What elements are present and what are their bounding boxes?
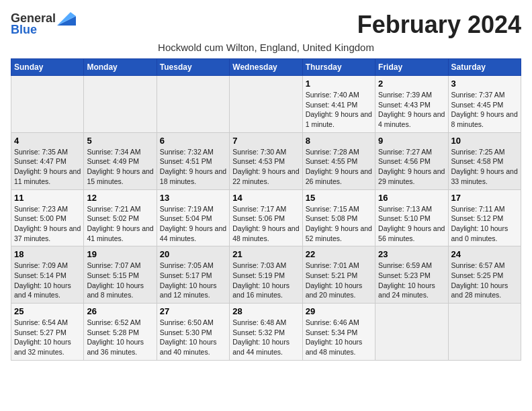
calendar-cell	[375, 304, 448, 361]
calendar-cell: 19Sunrise: 7:07 AM Sunset: 5:15 PM Dayli…	[84, 246, 157, 304]
day-info: Sunrise: 7:40 AM Sunset: 4:41 PM Dayligh…	[306, 90, 372, 130]
day-info: Sunrise: 7:21 AM Sunset: 5:02 PM Dayligh…	[87, 204, 153, 244]
day-number: 12	[87, 193, 153, 203]
logo: General Blue	[11, 11, 76, 37]
calendar-cell: 25Sunrise: 6:54 AM Sunset: 5:27 PM Dayli…	[11, 304, 84, 361]
calendar-cell	[11, 76, 84, 133]
calendar-cell: 26Sunrise: 6:52 AM Sunset: 5:28 PM Dayli…	[84, 304, 157, 361]
day-info: Sunrise: 7:05 AM Sunset: 5:17 PM Dayligh…	[160, 261, 226, 300]
day-number: 25	[14, 306, 81, 316]
calendar-week-row: 4Sunrise: 7:35 AM Sunset: 4:47 PM Daylig…	[11, 132, 521, 189]
calendar-cell: 6Sunrise: 7:32 AM Sunset: 4:51 PM Daylig…	[157, 132, 229, 189]
day-info: Sunrise: 7:37 AM Sunset: 4:45 PM Dayligh…	[451, 90, 518, 130]
header-tuesday: Tuesday	[157, 59, 229, 76]
day-number: 3	[451, 79, 518, 89]
calendar-cell: 8Sunrise: 7:28 AM Sunset: 4:55 PM Daylig…	[302, 132, 375, 189]
calendar-cell: 12Sunrise: 7:21 AM Sunset: 5:02 PM Dayli…	[84, 189, 157, 246]
day-number: 13	[160, 193, 226, 203]
calendar-cell: 16Sunrise: 7:13 AM Sunset: 5:10 PM Dayli…	[375, 189, 448, 246]
calendar-cell: 15Sunrise: 7:15 AM Sunset: 5:08 PM Dayli…	[302, 189, 375, 246]
calendar-table: SundayMondayTuesdayWednesdayThursdayFrid…	[11, 58, 521, 361]
calendar-week-row: 18Sunrise: 7:09 AM Sunset: 5:14 PM Dayli…	[11, 246, 521, 304]
day-info: Sunrise: 7:35 AM Sunset: 4:47 PM Dayligh…	[14, 147, 81, 187]
day-info: Sunrise: 6:50 AM Sunset: 5:30 PM Dayligh…	[160, 318, 226, 357]
day-info: Sunrise: 7:25 AM Sunset: 4:58 PM Dayligh…	[451, 147, 518, 187]
day-number: 1	[306, 79, 372, 89]
day-info: Sunrise: 7:28 AM Sunset: 4:55 PM Dayligh…	[306, 147, 372, 187]
day-info: Sunrise: 7:32 AM Sunset: 4:51 PM Dayligh…	[160, 147, 226, 187]
day-info: Sunrise: 7:23 AM Sunset: 5:00 PM Dayligh…	[14, 204, 81, 244]
calendar-cell: 14Sunrise: 7:17 AM Sunset: 5:06 PM Dayli…	[230, 189, 302, 246]
calendar-cell	[230, 76, 302, 133]
day-info: Sunrise: 6:46 AM Sunset: 5:34 PM Dayligh…	[306, 318, 372, 357]
logo-text-blue: Blue	[11, 23, 37, 37]
calendar-cell: 23Sunrise: 6:59 AM Sunset: 5:23 PM Dayli…	[375, 246, 448, 304]
calendar-cell: 1Sunrise: 7:40 AM Sunset: 4:41 PM Daylig…	[302, 76, 375, 133]
header-friday: Friday	[375, 59, 448, 76]
calendar-cell: 21Sunrise: 7:03 AM Sunset: 5:19 PM Dayli…	[230, 246, 302, 304]
calendar-cell: 11Sunrise: 7:23 AM Sunset: 5:00 PM Dayli…	[11, 189, 84, 246]
day-info: Sunrise: 7:27 AM Sunset: 4:56 PM Dayligh…	[378, 147, 445, 187]
header-saturday: Saturday	[448, 59, 521, 76]
calendar-cell	[448, 304, 521, 361]
day-info: Sunrise: 7:17 AM Sunset: 5:06 PM Dayligh…	[232, 204, 299, 244]
day-info: Sunrise: 7:30 AM Sunset: 4:53 PM Dayligh…	[232, 147, 299, 187]
logo-icon	[57, 11, 76, 26]
day-info: Sunrise: 7:13 AM Sunset: 5:10 PM Dayligh…	[378, 204, 445, 244]
day-info: Sunrise: 6:57 AM Sunset: 5:25 PM Dayligh…	[451, 261, 518, 300]
day-number: 19	[87, 249, 153, 259]
calendar-cell: 5Sunrise: 7:34 AM Sunset: 4:49 PM Daylig…	[84, 132, 157, 189]
month-title: February 2024	[357, 11, 521, 39]
day-number: 2	[378, 79, 445, 89]
day-number: 27	[160, 306, 226, 316]
day-info: Sunrise: 7:19 AM Sunset: 5:04 PM Dayligh…	[160, 204, 226, 244]
day-number: 14	[232, 193, 299, 203]
day-number: 21	[232, 249, 299, 259]
calendar-cell: 29Sunrise: 6:46 AM Sunset: 5:34 PM Dayli…	[302, 304, 375, 361]
day-number: 15	[306, 193, 372, 203]
calendar-cell: 9Sunrise: 7:27 AM Sunset: 4:56 PM Daylig…	[375, 132, 448, 189]
day-info: Sunrise: 7:39 AM Sunset: 4:43 PM Dayligh…	[378, 90, 445, 130]
calendar-cell: 4Sunrise: 7:35 AM Sunset: 4:47 PM Daylig…	[11, 132, 84, 189]
day-number: 23	[378, 249, 445, 259]
day-number: 26	[87, 306, 153, 316]
calendar-week-row: 11Sunrise: 7:23 AM Sunset: 5:00 PM Dayli…	[11, 189, 521, 246]
day-info: Sunrise: 7:01 AM Sunset: 5:21 PM Dayligh…	[306, 261, 372, 300]
calendar-week-row: 1Sunrise: 7:40 AM Sunset: 4:41 PM Daylig…	[11, 76, 521, 133]
calendar-cell: 22Sunrise: 7:01 AM Sunset: 5:21 PM Dayli…	[302, 246, 375, 304]
day-number: 5	[87, 136, 153, 146]
calendar-cell: 17Sunrise: 7:11 AM Sunset: 5:12 PM Dayli…	[448, 189, 521, 246]
calendar-header-row: SundayMondayTuesdayWednesdayThursdayFrid…	[11, 59, 521, 76]
page-header: General Blue February 2024	[11, 11, 521, 39]
day-info: Sunrise: 6:54 AM Sunset: 5:27 PM Dayligh…	[14, 318, 81, 357]
day-number: 17	[451, 193, 518, 203]
day-info: Sunrise: 7:07 AM Sunset: 5:15 PM Dayligh…	[87, 261, 153, 300]
day-number: 11	[14, 193, 81, 203]
day-info: Sunrise: 6:52 AM Sunset: 5:28 PM Dayligh…	[87, 318, 153, 357]
header-thursday: Thursday	[302, 59, 375, 76]
day-number: 8	[306, 136, 372, 146]
day-info: Sunrise: 7:15 AM Sunset: 5:08 PM Dayligh…	[306, 204, 372, 244]
calendar-cell: 10Sunrise: 7:25 AM Sunset: 4:58 PM Dayli…	[448, 132, 521, 189]
day-number: 29	[306, 306, 372, 316]
header-sunday: Sunday	[11, 59, 84, 76]
day-number: 20	[160, 249, 226, 259]
header-monday: Monday	[84, 59, 157, 76]
calendar-cell	[84, 76, 157, 133]
day-number: 10	[451, 136, 518, 146]
calendar-cell: 13Sunrise: 7:19 AM Sunset: 5:04 PM Dayli…	[157, 189, 229, 246]
day-info: Sunrise: 7:09 AM Sunset: 5:14 PM Dayligh…	[14, 261, 81, 300]
day-number: 24	[451, 249, 518, 259]
calendar-cell: 27Sunrise: 6:50 AM Sunset: 5:30 PM Dayli…	[157, 304, 229, 361]
day-number: 18	[14, 249, 81, 259]
day-info: Sunrise: 7:34 AM Sunset: 4:49 PM Dayligh…	[87, 147, 153, 187]
day-info: Sunrise: 7:11 AM Sunset: 5:12 PM Dayligh…	[451, 204, 518, 244]
calendar-cell	[157, 76, 229, 133]
calendar-week-row: 25Sunrise: 6:54 AM Sunset: 5:27 PM Dayli…	[11, 304, 521, 361]
page-subtitle: Hockwold cum Wilton, England, United Kin…	[11, 42, 521, 53]
day-number: 9	[378, 136, 445, 146]
day-info: Sunrise: 6:48 AM Sunset: 5:32 PM Dayligh…	[232, 318, 299, 357]
day-number: 28	[232, 306, 299, 316]
calendar-cell: 28Sunrise: 6:48 AM Sunset: 5:32 PM Dayli…	[230, 304, 302, 361]
day-number: 22	[306, 249, 372, 259]
